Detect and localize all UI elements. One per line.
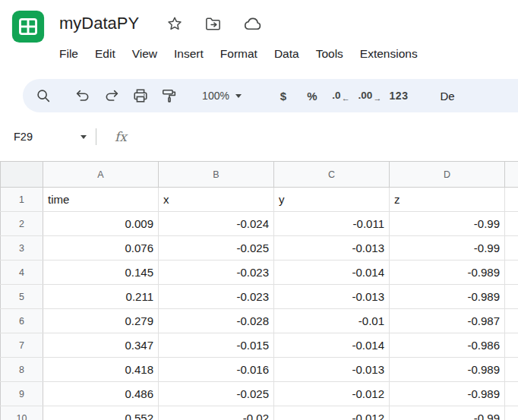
sheet-cell[interactable]: -0.99: [390, 406, 505, 420]
sheet-cell[interactable]: 0.552: [43, 406, 159, 420]
sheet-cell[interactable]: 0.347: [43, 333, 159, 358]
row-header[interactable]: 7: [1, 333, 43, 358]
move-to-folder-icon[interactable]: [204, 15, 222, 33]
column-header-a[interactable]: A: [43, 162, 159, 188]
sheet-cell[interactable]: [505, 261, 518, 285]
fx-icon: fx: [115, 129, 127, 144]
sheet-cell[interactable]: -0.016: [159, 358, 274, 382]
format-percent-button[interactable]: %: [298, 82, 327, 109]
row-header[interactable]: 3: [1, 236, 43, 261]
sheet-cell[interactable]: -0.025: [159, 382, 274, 406]
sheet-cell[interactable]: [505, 188, 518, 212]
sheet-cell[interactable]: -0.986: [390, 333, 505, 358]
print-button[interactable]: [126, 82, 155, 109]
sheet-cell[interactable]: [505, 309, 518, 333]
spreadsheet-grid: A B C D 1timexyz20.009-0.024-0.011-0.993…: [0, 161, 518, 420]
sheet-cell[interactable]: -0.989: [390, 358, 505, 382]
sheet-cell[interactable]: time: [43, 188, 159, 212]
chevron-down-icon: [235, 94, 242, 98]
paint-format-button[interactable]: [155, 82, 184, 109]
sheet-cell[interactable]: -0.012: [274, 406, 390, 420]
select-all-corner[interactable]: [1, 162, 43, 188]
sheet-cell[interactable]: 0.145: [43, 261, 159, 285]
format-currency-button[interactable]: $: [269, 82, 298, 109]
menu-extensions[interactable]: Extensions: [352, 43, 426, 65]
menu-view[interactable]: View: [124, 43, 166, 65]
sheet-cell[interactable]: [505, 358, 518, 382]
name-box[interactable]: F29: [9, 126, 94, 147]
sheet-cell[interactable]: -0.989: [390, 382, 505, 406]
sheet-cell[interactable]: [505, 212, 518, 236]
row-header[interactable]: 6: [1, 309, 43, 333]
row-header[interactable]: 10: [1, 406, 43, 420]
document-title[interactable]: myDataPY: [59, 14, 139, 33]
sheet-cell[interactable]: -0.013: [274, 358, 390, 382]
column-header-partial[interactable]: [505, 162, 518, 188]
column-header-c[interactable]: C: [274, 162, 390, 188]
row-header[interactable]: 5: [1, 285, 43, 309]
sheet-cell[interactable]: -0.015: [159, 333, 274, 358]
redo-button[interactable]: [97, 82, 126, 109]
row-header[interactable]: 4: [1, 261, 43, 285]
sheet-row: 50.211-0.023-0.013-0.989: [1, 285, 518, 309]
sheet-cell[interactable]: -0.028: [159, 309, 274, 333]
sheets-icon[interactable]: [11, 9, 46, 44]
search-button[interactable]: [29, 82, 58, 109]
font-family-selector[interactable]: De: [433, 82, 462, 109]
star-icon[interactable]: [166, 15, 183, 32]
sheet-cell[interactable]: -0.024: [159, 212, 274, 236]
menu-edit[interactable]: Edit: [87, 43, 124, 65]
formula-input[interactable]: [127, 112, 518, 161]
sheet-cell[interactable]: -0.989: [390, 261, 505, 285]
sheet-cell[interactable]: -0.011: [274, 212, 390, 236]
sheet-cell[interactable]: [505, 382, 518, 406]
number-format-button[interactable]: 123: [384, 82, 413, 109]
sheet-cell[interactable]: -0.012: [274, 382, 390, 406]
row-header[interactable]: 9: [1, 382, 43, 406]
sheet-row: 90.486-0.025-0.012-0.989: [1, 382, 518, 406]
sheet-cell[interactable]: -0.023: [159, 261, 274, 285]
sheet-cell[interactable]: -0.013: [274, 236, 390, 261]
sheet-cell[interactable]: -0.025: [159, 236, 274, 261]
sheet-cell[interactable]: -0.014: [274, 333, 390, 358]
sheet-row: 70.347-0.015-0.014-0.986: [1, 333, 518, 358]
sheet-cell[interactable]: [505, 333, 518, 358]
sheet-cell[interactable]: -0.01: [274, 309, 390, 333]
sheet-cell[interactable]: -0.987: [390, 309, 505, 333]
sheet-cell[interactable]: -0.99: [390, 212, 505, 236]
sheet-cell[interactable]: -0.02: [159, 406, 274, 420]
row-header[interactable]: 8: [1, 358, 43, 382]
sheet-cell[interactable]: -0.014: [274, 261, 390, 285]
menu-file[interactable]: File: [51, 43, 87, 65]
sheet-cell[interactable]: 0.486: [43, 382, 159, 406]
sheet-cell[interactable]: z: [390, 188, 505, 212]
sheet-cell[interactable]: 0.076: [43, 236, 159, 261]
row-header[interactable]: 1: [1, 188, 43, 212]
menu-tools[interactable]: Tools: [308, 43, 352, 65]
column-header-row: A B C D: [1, 162, 518, 188]
sheet-cell[interactable]: -0.989: [390, 285, 505, 309]
sheet-cell[interactable]: 0.009: [43, 212, 159, 236]
sheet-cell[interactable]: y: [274, 188, 390, 212]
sheet-cell[interactable]: -0.023: [159, 285, 274, 309]
decrease-decimal-button[interactable]: .0←: [327, 82, 355, 109]
sheet-cell[interactable]: 0.418: [43, 358, 159, 382]
sheet-cell[interactable]: 0.279: [43, 309, 159, 333]
zoom-selector[interactable]: 100%: [194, 82, 249, 109]
sheet-cell[interactable]: x: [159, 188, 274, 212]
sheet-cell[interactable]: 0.211: [43, 285, 159, 309]
undo-button[interactable]: [68, 82, 97, 109]
column-header-b[interactable]: B: [159, 162, 274, 188]
menu-data[interactable]: Data: [266, 43, 308, 65]
sheet-cell[interactable]: [505, 406, 518, 420]
sheet-cell[interactable]: [505, 285, 518, 309]
menu-insert[interactable]: Insert: [166, 43, 212, 65]
increase-decimal-button[interactable]: .00→: [355, 82, 384, 109]
menu-format[interactable]: Format: [212, 43, 266, 65]
sheet-cell[interactable]: [505, 236, 518, 261]
sheet-cell[interactable]: -0.99: [390, 236, 505, 261]
row-header[interactable]: 2: [1, 212, 43, 236]
column-header-d[interactable]: D: [390, 162, 505, 188]
sheet-cell[interactable]: -0.013: [274, 285, 390, 309]
cloud-saved-icon[interactable]: [243, 14, 262, 33]
